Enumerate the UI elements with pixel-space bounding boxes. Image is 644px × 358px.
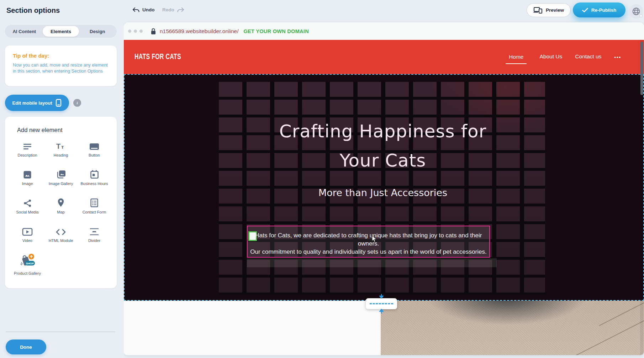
republish-button[interactable]: Re-Publish	[573, 2, 625, 17]
map-pin-icon	[57, 197, 65, 207]
element-item-map[interactable]: Map	[44, 197, 78, 219]
button-icon	[89, 140, 100, 151]
element-grid: Description Tт Heading Button Image	[11, 140, 111, 276]
tab-design[interactable]: Design	[79, 26, 116, 37]
redo-button[interactable]: Redo	[162, 7, 184, 12]
heading-icon: Tт	[56, 140, 66, 151]
element-item-image[interactable]: Image	[11, 168, 44, 190]
arrow-down-icon	[379, 294, 384, 299]
tile-seam	[533, 301, 644, 355]
code-icon	[56, 225, 66, 236]
browser-dots-icon	[128, 30, 143, 33]
site-logo[interactable]: HATS FOR CATS	[134, 52, 181, 61]
selected-text-element[interactable]: Hats for Cats, we are dedicated to craft…	[247, 226, 490, 258]
undo-button[interactable]: Undo	[132, 7, 155, 12]
element-item-image-gallery[interactable]: Image Gallery	[44, 168, 78, 190]
add-new-element-title: Add new element	[17, 127, 111, 133]
edit-mobile-layout-button[interactable]: Edit mobile layout	[5, 95, 69, 111]
image-gallery-icon	[56, 168, 66, 179]
check-icon	[582, 8, 588, 12]
tab-ai-content[interactable]: AI Content	[6, 26, 43, 37]
browser-chrome-bar: n1566589.websitebuilder.online/ GET YOUR…	[124, 22, 644, 40]
svg-text:T: T	[56, 142, 60, 150]
info-icon[interactable]: i	[73, 99, 81, 107]
text-highlight-band	[247, 258, 497, 267]
calendar-icon	[90, 168, 99, 179]
site-preview-window: n1566589.websitebuilder.online/ GET YOUR…	[124, 22, 644, 355]
element-item-social-media[interactable]: Social Media	[11, 197, 44, 219]
devices-icon	[533, 7, 543, 14]
redo-icon	[177, 7, 184, 12]
mouse-cursor	[372, 236, 377, 243]
divider-icon	[89, 225, 99, 236]
preview-button[interactable]: Preview	[527, 3, 571, 17]
hero-section-selected[interactable]: Crafting Happiness for Your Cats More th…	[124, 74, 644, 301]
shop-badge: SHOP	[26, 262, 34, 265]
hero-heading[interactable]: Crafting Happiness for Your Cats	[125, 117, 641, 175]
video-icon	[22, 225, 33, 236]
element-item-product-gallery[interactable]: SHOP Product Gallery	[11, 254, 44, 276]
nav-about-us[interactable]: About Us	[539, 53, 562, 60]
share-icon	[23, 197, 32, 207]
element-item-video[interactable]: Video	[11, 225, 44, 247]
panel-tabs: AI Content Elements Design	[5, 25, 117, 38]
tip-of-the-day-card: Tip of the day: Now you can add, move an…	[5, 46, 117, 86]
nav-contact-us[interactable]: Contact us	[575, 53, 601, 60]
nav-home[interactable]: Home	[506, 54, 527, 64]
site-url[interactable]: n1566589.websitebuilder.online/	[160, 28, 238, 35]
tile-seam	[599, 301, 644, 326]
element-item-contact-form[interactable]: Contact Form	[78, 197, 111, 219]
next-section-photo[interactable]	[381, 301, 644, 355]
section-resize-handle[interactable]	[366, 298, 397, 309]
tip-title: Tip of the day:	[13, 53, 109, 59]
product-gallery-icon: SHOP	[20, 254, 35, 269]
hero-subheading[interactable]: More than Just Accessories	[125, 187, 641, 198]
site-canvas: HATS FOR CATS Home About Us Contact us •…	[124, 40, 644, 355]
text-lines-icon	[22, 140, 32, 151]
element-item-divider[interactable]: Divider	[78, 225, 111, 247]
site-header[interactable]: HATS FOR CATS Home About Us Contact us •…	[124, 40, 644, 74]
panel-divider	[6, 332, 115, 332]
svg-text:т: т	[61, 144, 64, 150]
lock-icon	[151, 28, 156, 35]
arrow-up-icon	[379, 309, 384, 314]
form-icon	[90, 197, 99, 207]
tab-elements[interactable]: Elements	[43, 26, 79, 37]
element-item-heading[interactable]: Tт Heading	[44, 140, 78, 162]
element-item-description[interactable]: Description	[11, 140, 44, 162]
scrollbar-thumb[interactable]	[640, 42, 643, 95]
page-title: Section options	[6, 6, 60, 15]
element-item-html-module[interactable]: HTML Module	[44, 225, 78, 247]
next-section-blank[interactable]	[124, 301, 381, 355]
resize-dash-line	[370, 303, 393, 304]
element-item-button[interactable]: Button	[78, 140, 111, 162]
done-button[interactable]: Done	[6, 339, 46, 354]
site-nav: Home About Us Contact us •••	[506, 40, 621, 74]
element-item-business-hours[interactable]: Business Hours	[78, 168, 111, 190]
image-icon	[23, 168, 32, 179]
hero-body-text: Hats for Cats, we are dedicated to craft…	[248, 231, 489, 256]
tip-body: Now you can add, move and resize any ele…	[13, 62, 108, 74]
nav-more-icon[interactable]: •••	[614, 54, 621, 60]
undo-icon	[132, 7, 139, 12]
globe-icon[interactable]	[629, 4, 643, 19]
topbar: Undo Redo Preview Re-Publish	[124, 0, 644, 22]
globe-status-dot	[639, 14, 643, 17]
phone-icon	[56, 99, 62, 107]
get-your-own-domain-link[interactable]: GET YOUR OWN DOMAIN	[243, 28, 308, 34]
section-options-panel: Section options AI Content Elements Desi…	[0, 0, 124, 358]
add-new-element-card: Add new element Description Tт Heading B…	[5, 117, 117, 288]
